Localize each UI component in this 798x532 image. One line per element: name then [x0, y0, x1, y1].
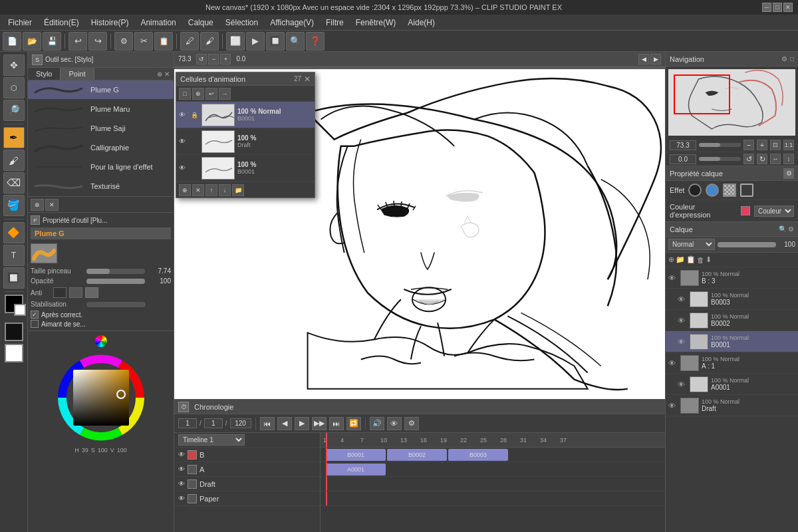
nav-icon-1[interactable]: ⚙: [781, 55, 787, 63]
layer-merge-icon[interactable]: ⬇: [706, 255, 712, 264]
menu-fenetre[interactable]: Fenêtre(W): [350, 17, 402, 29]
menu-histoire[interactable]: Histoire(P): [86, 17, 134, 29]
tb-play[interactable]: ▶: [246, 32, 265, 51]
dialog-tb-1[interactable]: □: [179, 88, 191, 100]
nav-btn-zoom-out[interactable]: −: [208, 54, 219, 65]
tool-zoom[interactable]: 🔎: [3, 100, 25, 121]
menu-filtre[interactable]: Filtre: [321, 17, 349, 29]
track-visibility-draft[interactable]: 👁: [178, 480, 185, 487]
total-frames-input[interactable]: [204, 418, 223, 428]
menu-selection[interactable]: Sélection: [220, 17, 263, 29]
zoom-input[interactable]: [670, 140, 696, 150]
tl-btn-last[interactable]: ⏭: [329, 417, 344, 430]
dialog-bot-1[interactable]: ⊕: [179, 184, 191, 196]
tool-pen[interactable]: ✒: [3, 127, 25, 148]
rotation-slider[interactable]: [699, 157, 741, 161]
color-wheel-container[interactable]: [55, 351, 148, 444]
layer-blend-select[interactable]: Normal: [668, 239, 715, 250]
layer-item-b0002[interactable]: 👁 100 % Normal B0002: [666, 310, 798, 331]
tl-btn-settings[interactable]: ⚙: [404, 417, 419, 430]
tl-btn-play[interactable]: ▶: [295, 417, 309, 430]
tb-frame[interactable]: 🔲: [266, 32, 285, 51]
menu-calque[interactable]: Calque: [183, 17, 219, 29]
tl-btn-next[interactable]: ▶▶: [312, 417, 327, 430]
tab-stylo[interactable]: Stylo: [28, 68, 61, 80]
brush-icon-2[interactable]: ✕: [45, 199, 59, 211]
layer-delete-icon[interactable]: 🗑: [697, 256, 704, 264]
brush-add-icon[interactable]: ⊕: [157, 70, 162, 78]
anti-btn-3[interactable]: [85, 287, 98, 298]
layer-item-b0003[interactable]: 👁 100 % Normal B0003: [666, 289, 798, 310]
brush-item-plume-saji[interactable]: Plume Saji: [28, 119, 174, 138]
effect-circle-outline[interactable]: [740, 184, 753, 197]
cell-visibility-3[interactable]: 👁: [179, 164, 188, 172]
layer-item-b3[interactable]: 👁 100 % Normal B : 3: [666, 267, 798, 289]
tool-fg-color[interactable]: [5, 323, 23, 341]
rotation-input[interactable]: [670, 154, 696, 164]
cell-visibility-2[interactable]: 👁: [179, 138, 188, 145]
cell-b0002[interactable]: B0002: [387, 449, 447, 461]
zoom-btn-in[interactable]: +: [757, 140, 767, 150]
tool-text[interactable]: T: [3, 245, 25, 266]
layer-item-b0001[interactable]: 👁 100 % Normal B0001: [666, 331, 798, 352]
tool-arrow[interactable]: ✥: [3, 55, 25, 76]
cell-visibility-1[interactable]: 👁: [179, 111, 188, 118]
tl-btn-audio[interactable]: 🔊: [370, 417, 384, 430]
nav-icon-2[interactable]: □: [790, 55, 794, 63]
menu-fichier[interactable]: Fichier: [3, 17, 37, 29]
tl-btn-onion[interactable]: 👁: [387, 417, 402, 430]
color-expr-select[interactable]: Couleur: [754, 205, 794, 217]
tb-pen[interactable]: 🖊: [180, 32, 199, 51]
dialog-bot-2[interactable]: ✕: [192, 184, 204, 196]
tb-undo[interactable]: ↩: [68, 32, 87, 51]
rot-btn-flip-h[interactable]: ↔: [770, 154, 781, 164]
brush-item-plume-maru[interactable]: Plume Maru: [28, 100, 174, 118]
cell-a0001[interactable]: A0001: [326, 464, 386, 475]
layer-eye-a1[interactable]: 👁: [668, 359, 678, 367]
tool-color-black[interactable]: [5, 295, 23, 313]
layers-search-icon[interactable]: 🔍: [779, 225, 787, 233]
menu-aide[interactable]: Aide(H): [402, 17, 440, 29]
dialog-tb-3[interactable]: ↩: [205, 88, 217, 100]
tb-transform[interactable]: ⚙: [114, 32, 133, 51]
minimize-button[interactable]: ─: [762, 3, 771, 12]
brush-icon-1[interactable]: ⊕: [31, 199, 44, 211]
layer-eye-b3[interactable]: 👁: [668, 274, 678, 282]
nav-btn-zoom-in[interactable]: +: [220, 54, 231, 65]
cell-item-2[interactable]: 👁 100 % Draft: [176, 128, 315, 155]
brush-delete-icon[interactable]: ✕: [164, 70, 170, 78]
effect-circle-black[interactable]: [688, 184, 702, 197]
color-icon-wheel[interactable]: [95, 335, 107, 347]
layer-eye-b0002[interactable]: 👁: [678, 317, 687, 325]
nav-btn-reset[interactable]: ↺: [196, 54, 207, 65]
dialog-close-btn[interactable]: ✕: [304, 74, 311, 84]
canvas-btn-2[interactable]: ▶: [650, 54, 661, 65]
tool-shape[interactable]: 🔶: [3, 222, 25, 243]
zoom-btn-100[interactable]: 1:1: [783, 140, 794, 150]
layer-opacity-slider[interactable]: [718, 242, 776, 247]
current-frame-input[interactable]: [178, 418, 197, 428]
tl-btn-loop[interactable]: 🔁: [346, 417, 361, 430]
menu-affichage[interactable]: Affichage(V): [265, 17, 319, 29]
cell-item-1[interactable]: 👁 🔒 100 % Normal B0001: [176, 102, 315, 128]
canvas-btn-1[interactable]: ◀: [638, 54, 649, 65]
layer-copy-icon[interactable]: 📋: [686, 255, 696, 264]
brush-item-texturise[interactable]: Texturisé: [28, 177, 174, 196]
cell-b0003[interactable]: B0003: [448, 449, 508, 461]
tool-eraser[interactable]: ⌫: [3, 172, 25, 194]
tb-brush[interactable]: 🖌: [200, 32, 219, 51]
track-visibility-paper[interactable]: 👁: [178, 495, 185, 502]
rot-btn-cw[interactable]: ↻: [757, 154, 767, 164]
layer-eye-b0003[interactable]: 👁: [678, 295, 687, 303]
tool-brush[interactable]: 🖌: [3, 150, 25, 171]
brush-item-plume-g[interactable]: Plume G: [28, 80, 174, 99]
layer-item-a0001[interactable]: 👁 100 % Normal A0001: [666, 374, 798, 395]
rot-btn-ccw[interactable]: ↺: [743, 154, 754, 164]
checkbox-apres[interactable]: ✓ Après correct.: [31, 311, 171, 319]
zoom-slider[interactable]: [699, 143, 741, 147]
tb-redo[interactable]: ↪: [88, 32, 107, 51]
checkbox-aimant[interactable]: Aimant de se...: [31, 320, 171, 328]
timeline-name-select[interactable]: Timeline 1: [178, 434, 245, 446]
menu-animation[interactable]: Animation: [135, 17, 181, 29]
cell-lock-1[interactable]: 🔒: [191, 112, 199, 118]
